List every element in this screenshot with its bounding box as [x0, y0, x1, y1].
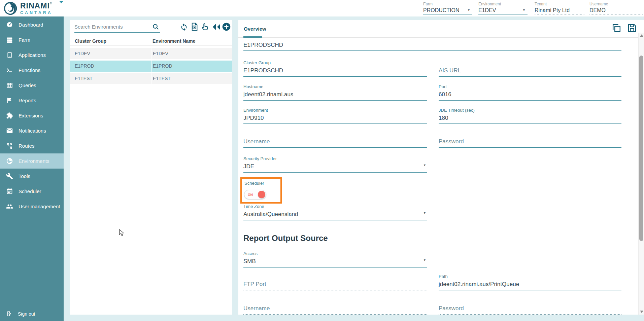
jde-timeout-value[interactable]: 180 — [439, 114, 621, 124]
sidebar-item-scheduler[interactable]: Scheduler — [0, 184, 64, 199]
sidebar-item-routes[interactable]: Routes — [0, 138, 64, 153]
save-icon[interactable] — [627, 23, 637, 33]
column-header-cluster-group[interactable]: Cluster Group — [75, 38, 106, 44]
sidebar-item-tools[interactable]: Tools — [0, 169, 64, 184]
jde-timeout-field[interactable]: JDE Timeout (sec) 180 — [439, 108, 621, 124]
sidebar-item-reports[interactable]: Reports — [0, 93, 64, 108]
sidebar-item-farm[interactable]: Farm — [0, 32, 64, 47]
scroll-up-arrow-icon[interactable] — [640, 34, 643, 37]
scroll-down-arrow-icon[interactable] — [640, 311, 643, 313]
sidebar-item-environments[interactable]: Environments — [0, 153, 64, 169]
reports-icon — [6, 97, 13, 104]
sidebar-item-label: Notifications — [19, 128, 46, 134]
hostname-value[interactable]: jdeent02.rinami.aus — [243, 91, 427, 101]
table-header: Cluster Group Environment Name — [70, 36, 232, 46]
scheduler-toggle[interactable]: ON — [244, 190, 266, 199]
brand-accent-triangle — [59, 1, 63, 3]
password-field[interactable]: Password — [439, 131, 621, 148]
cluster-group-field[interactable]: Cluster Group E1PRODSCHD — [243, 60, 427, 77]
access-value[interactable]: SMB▼ — [243, 258, 427, 268]
hostname-field[interactable]: Hostname jdeent02.rinami.aus — [243, 84, 427, 101]
username-placeholder[interactable]: Username — [243, 138, 427, 148]
cell-environment-name[interactable]: E1PROD — [151, 61, 232, 72]
environments-table: E1DEV E1DEV E1PROD E1PROD E1TEST E1TEST — [70, 48, 232, 85]
table-row-selected[interactable]: E1PROD E1PROD — [70, 61, 232, 72]
security-provider-select[interactable]: Security Provider JDE▼ — [243, 156, 427, 173]
time-zone-select[interactable]: Time Zone Australia/Queensland▼ — [243, 204, 427, 220]
cell-cluster-group[interactable]: E1DEV — [70, 48, 151, 59]
environment-value[interactable]: JPD910 — [243, 114, 427, 124]
cluster-group-value[interactable]: E1PRODSCHD — [243, 67, 427, 77]
sidebar-item-label: Scheduler — [19, 188, 41, 194]
environment-label: Environment — [478, 2, 528, 6]
path-value[interactable]: jdeent02.rinami.aus/PrintQueue — [439, 281, 621, 290]
username-field[interactable]: Username — [243, 131, 427, 148]
sidebar-item-label: Extensions — [19, 113, 43, 118]
chevron-down-icon: ▼ — [423, 162, 426, 169]
cell-environment-name[interactable]: E1TEST — [151, 73, 232, 84]
report-username-field[interactable]: Username — [243, 298, 427, 315]
copy-icon[interactable] — [611, 23, 622, 33]
name-value[interactable]: E1PRODSCHD — [243, 41, 621, 51]
time-zone-label: Time Zone — [243, 204, 427, 209]
sidebar-item-notifications[interactable]: Notifications — [0, 123, 64, 138]
search-input[interactable] — [74, 22, 148, 31]
time-zone-value[interactable]: Australia/Queensland▼ — [243, 211, 427, 220]
sidebar-item-extensions[interactable]: Extensions — [0, 108, 64, 123]
farm-value: PRODUCTION — [423, 7, 472, 14]
environment-field[interactable]: Environment JPD910 — [243, 108, 427, 124]
top-bar: RINAMI® CANTARA Farm PRODUCTION ▼ Enviro… — [0, 0, 644, 16]
farm-select[interactable]: Farm PRODUCTION ▼ — [423, 2, 472, 14]
name-field[interactable]: E1PRODSCHD — [243, 35, 621, 51]
report-password-field[interactable]: Password — [439, 298, 621, 315]
brand-logo: RINAMI® CANTARA — [3, 1, 53, 15]
environment-select[interactable]: Environment E1DEV ▼ — [478, 2, 528, 14]
sidebar-item-applications[interactable]: Applications — [0, 47, 64, 63]
add-icon[interactable] — [222, 22, 231, 31]
name-label — [243, 35, 621, 40]
functions-icon — [6, 67, 13, 74]
port-value[interactable]: 6016 — [439, 91, 621, 101]
sidebar-item-user-management[interactable]: User management — [0, 199, 64, 214]
cell-cluster-group[interactable]: E1TEST — [70, 73, 151, 84]
vertical-scrollbar[interactable] — [638, 33, 644, 315]
scrollbar-thumb[interactable] — [639, 56, 643, 241]
report-username-placeholder[interactable]: Username — [243, 305, 427, 315]
sign-out-button[interactable]: Sign out — [6, 311, 35, 317]
tab-overview[interactable]: Overview — [244, 26, 266, 32]
hand-pointer-icon[interactable] — [200, 22, 209, 31]
sidebar-item-label: Farm — [19, 37, 30, 43]
toggle-knob[interactable] — [258, 191, 265, 198]
chevron-down-icon: ▼ — [423, 256, 426, 264]
cell-cluster-group[interactable]: E1PROD — [70, 61, 151, 72]
report-password-placeholder[interactable]: Password — [439, 305, 621, 315]
username-field: Username DEMO — [589, 2, 643, 14]
security-provider-value[interactable]: JDE▼ — [243, 163, 427, 173]
username-value: DEMO — [589, 7, 643, 14]
search-field[interactable] — [74, 22, 160, 33]
search-icon[interactable] — [152, 23, 160, 32]
environments-icon — [6, 157, 13, 165]
ftp-port-placeholder[interactable]: FTP Port — [243, 281, 427, 290]
access-select[interactable]: Access SMB▼ — [243, 251, 427, 268]
sidebar-item-queries[interactable]: Queries — [0, 78, 64, 93]
table-row[interactable]: E1DEV E1DEV — [70, 48, 232, 59]
sidebar-item-dashboard[interactable]: Dashboard — [0, 17, 64, 32]
password-placeholder[interactable]: Password — [439, 138, 621, 148]
sidebar-item-functions[interactable]: Functions — [0, 63, 64, 78]
ftp-port-field[interactable]: FTP Port — [243, 274, 427, 290]
column-header-environment-name[interactable]: Environment Name — [152, 38, 196, 44]
excel-export-icon[interactable] — [190, 22, 199, 31]
scheduler-icon — [6, 188, 13, 195]
table-row[interactable]: E1TEST E1TEST — [70, 73, 232, 84]
path-field[interactable]: Path jdeent02.rinami.aus/PrintQueue — [439, 274, 621, 290]
registered-mark: ® — [50, 2, 53, 5]
ais-url-placeholder[interactable]: AIS URL — [439, 67, 621, 77]
refresh-icon[interactable] — [179, 22, 189, 31]
routes-icon — [6, 142, 13, 149]
security-provider-label: Security Provider — [243, 156, 427, 162]
port-field[interactable]: Port 6016 — [439, 84, 621, 101]
cell-environment-name[interactable]: E1DEV — [151, 48, 232, 59]
rewind-icon[interactable] — [212, 23, 221, 32]
ais-url-field[interactable]: AIS URL — [439, 60, 621, 77]
